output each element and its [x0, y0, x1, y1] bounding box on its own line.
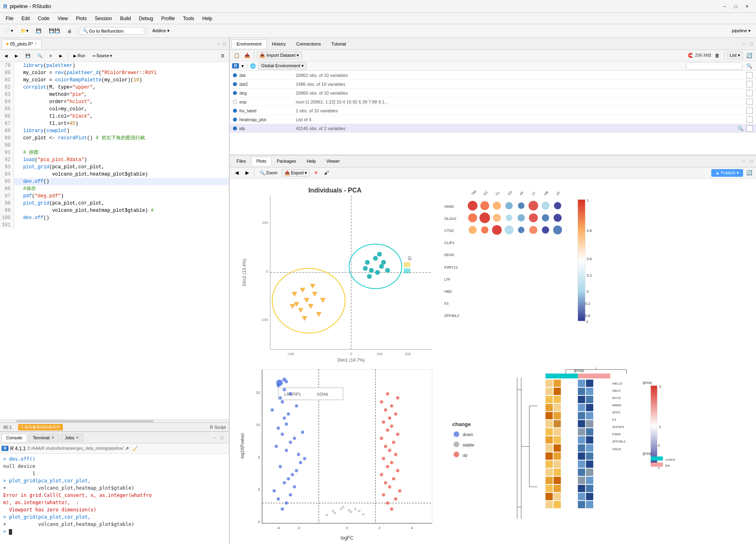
plots-forward-btn[interactable]: ▶	[243, 168, 251, 177]
plots-refresh-btn[interactable]: 🔄	[745, 168, 754, 177]
var-checkbox[interactable]	[746, 81, 753, 87]
plots-delete-btn[interactable]: ✕	[312, 168, 320, 177]
editor-forward-button[interactable]: ▶	[12, 52, 21, 60]
list-view-btn[interactable]: List ▾	[727, 52, 743, 59]
window-controls[interactable]: − □ ×	[719, 1, 753, 12]
menu-code[interactable]: Code	[34, 13, 54, 24]
svg-rect-239	[578, 396, 585, 403]
tab-packages[interactable]: Packages	[272, 157, 301, 165]
editor-panel-collapse[interactable]: −	[216, 41, 221, 47]
code-line: 98 plot_grid(pca_plot,cor_plot,	[0, 200, 229, 207]
menu-tools[interactable]: Tools	[179, 13, 198, 24]
env-var-dat2[interactable]: dat2 1486 obs. of 10 variables	[230, 80, 756, 89]
tab-environment[interactable]: Environment	[231, 39, 267, 48]
env-search-btn[interactable]: 🔍	[745, 62, 754, 70]
code-editor[interactable]: 79 library(paletteer) 80 my_color = rev(…	[0, 62, 229, 419]
save-all-button[interactable]: 💾💾	[46, 27, 63, 35]
env-var-ids[interactable]: ids 43145 obs. of 2 variables 🔍	[230, 124, 756, 133]
editor-source-button[interactable]: ⇒ Source ▾	[89, 52, 115, 59]
tab-jobs[interactable]: Jobs ✕	[60, 434, 83, 442]
env-import-btn[interactable]: 📥	[243, 51, 251, 60]
import-dataset-btn[interactable]: 📥 Import Dataset ▾	[257, 52, 302, 59]
pipeline-button[interactable]: pipeline ▾	[729, 27, 754, 35]
print-button[interactable]: 🖨	[64, 27, 75, 35]
menu-edit[interactable]: Edit	[17, 13, 34, 24]
var-checkbox[interactable]	[746, 99, 753, 105]
env-var-deg[interactable]: deg 20866 obs. of 10 variables	[230, 89, 756, 97]
env-new-btn[interactable]: 📋	[232, 51, 241, 60]
tab-console[interactable]: Console	[2, 434, 27, 442]
editor-run-button[interactable]: ▶ Run	[71, 52, 88, 59]
env-var-heatmap[interactable]: heatmap_plot List of 4	[230, 115, 756, 124]
goto-file-button[interactable]: 🔍 Go to file/function	[80, 27, 144, 35]
menu-file[interactable]: File	[2, 13, 17, 24]
menu-view[interactable]: View	[54, 13, 72, 24]
editor-tab-05plots[interactable]: ■ 05_plots.R* ×	[2, 39, 42, 48]
tab-connections[interactable]: Connections	[291, 39, 326, 48]
tab-viewer[interactable]: Viewer	[321, 157, 345, 165]
plots-back-btn[interactable]: ◀	[232, 168, 241, 177]
editor-source-icon[interactable]: ▶	[56, 52, 65, 59]
var-checkbox[interactable]	[746, 125, 753, 132]
svg-rect-243	[578, 428, 585, 435]
minimize-button[interactable]: −	[719, 1, 730, 12]
tab-terminal[interactable]: Terminal ✕	[28, 434, 59, 442]
var-checkbox[interactable]	[746, 90, 753, 96]
menu-profile[interactable]: Profile	[157, 13, 179, 24]
svg-rect-241	[578, 412, 585, 419]
editor-format-button[interactable]: ≡	[47, 52, 55, 59]
env-search[interactable]	[686, 62, 742, 70]
env-collapse[interactable]: −	[741, 41, 747, 47]
tab-files[interactable]: Files	[231, 157, 251, 165]
var-checkbox[interactable]	[746, 108, 753, 114]
close-button[interactable]: ×	[741, 1, 753, 12]
svg-text:-200: -200	[261, 318, 268, 322]
menu-help[interactable]: Help	[198, 13, 216, 24]
maximize-button[interactable]: □	[730, 1, 741, 12]
tab-help[interactable]: Help	[301, 157, 321, 165]
editor-hscrollbar[interactable]	[0, 419, 229, 422]
plots-zoom-btn[interactable]: 🔍 Zoom	[257, 169, 280, 177]
env-var-forlabel[interactable]: for_label 2 obs. of 10 variables	[230, 106, 756, 115]
var-checkbox[interactable]	[746, 116, 753, 123]
console-content[interactable]: > dev.off() null device 1 > plot_grid(pc…	[0, 454, 229, 544]
svg-point-184	[380, 400, 383, 403]
plots-collapse[interactable]: −	[741, 158, 747, 164]
plots-expand[interactable]: □	[748, 158, 754, 164]
menu-debug[interactable]: Debug	[135, 13, 157, 24]
console-clear-btn[interactable]: 🧹	[131, 444, 139, 453]
tab-plots[interactable]: Plots	[251, 157, 271, 165]
svg-point-41	[367, 274, 372, 279]
env-refresh-btn[interactable]: 🔄	[745, 51, 754, 60]
env-var-dat[interactable]: dat 20862 obs. of 10 variables	[230, 71, 756, 80]
editor-menu-button[interactable]: ☰	[218, 52, 227, 59]
var-expand-btn[interactable]: 🔍	[736, 124, 745, 133]
svg-point-122	[354, 508, 356, 510]
svg-point-33	[373, 256, 378, 261]
menu-plots[interactable]: Plots	[72, 13, 91, 24]
plots-export-btn[interactable]: 📤 Export ▾	[282, 169, 310, 177]
global-env-btn[interactable]: Global Environment ▾	[258, 62, 307, 70]
editor-save-button[interactable]: 💾	[23, 52, 33, 59]
svg-point-145	[301, 430, 304, 434]
plots-brush-btn[interactable]: 🖌	[322, 168, 331, 177]
var-checkbox[interactable]	[746, 72, 753, 79]
env-var-exp[interactable]: exp num [1:20862, 1:22] 10.4 10.92 6.39 …	[230, 97, 756, 106]
new-file-button[interactable]: 📄▾	[2, 27, 16, 35]
tab-close-button[interactable]: ×	[35, 41, 37, 46]
tab-history[interactable]: History	[267, 39, 291, 48]
editor-panel-expand[interactable]: □	[221, 41, 227, 47]
menu-build[interactable]: Build	[116, 13, 135, 24]
console-expand[interactable]: □	[219, 434, 225, 441]
memory-clear-btn[interactable]: 🗑	[713, 51, 722, 60]
publish-button[interactable]: ▲ Publish ▾	[711, 169, 743, 177]
tab-tutorial[interactable]: Tutorial	[326, 39, 351, 48]
console-collapse[interactable]: −	[212, 434, 217, 441]
menu-session[interactable]: Session	[91, 13, 116, 24]
editor-search-button[interactable]: 🔍	[35, 52, 45, 59]
save-button[interactable]: 💾	[33, 27, 44, 35]
open-file-button[interactable]: 📁▾	[18, 27, 31, 35]
env-expand[interactable]: □	[748, 41, 754, 47]
editor-back-button[interactable]: ◀	[2, 52, 10, 60]
addins-button[interactable]: Addins ▾	[150, 27, 172, 35]
